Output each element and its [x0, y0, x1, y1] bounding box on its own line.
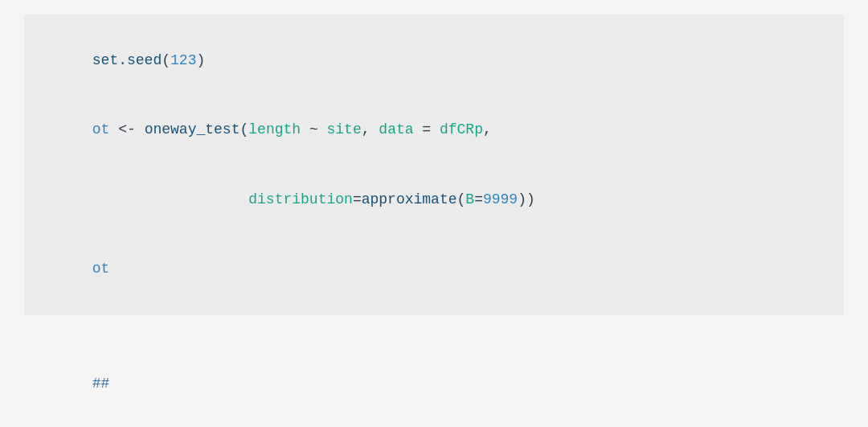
- output-line-2: ## Approximative Two-Sample Fisher-Pitma…: [40, 419, 828, 427]
- var-ot: ot: [92, 121, 110, 138]
- blank-spacer: [40, 326, 828, 350]
- main-container: set.seed(123) ot <- oneway_test(length ~…: [0, 0, 868, 427]
- code-input-block: set.seed(123) ot <- oneway_test(length ~…: [24, 14, 844, 315]
- output-block: ## ## Approximative Two-Sample Fisher-Pi…: [24, 315, 844, 427]
- comment-hash-1: ##: [92, 376, 110, 392]
- distribution-param: distribution: [248, 191, 353, 207]
- dfcrp-param: dfCRp: [440, 121, 483, 138]
- b-value: 9999: [483, 191, 518, 207]
- set-seed-call: set.seed: [92, 52, 162, 68]
- code-line-3: distribution=approximate(B=9999)): [40, 165, 828, 234]
- data-param: data: [379, 121, 413, 138]
- b-param: B: [465, 191, 474, 207]
- output-line-1: ##: [40, 349, 828, 418]
- seed-value: 123: [170, 52, 196, 68]
- ot-call: ot: [92, 261, 110, 277]
- approximate-call: approximate: [362, 191, 457, 207]
- length-param: length: [248, 121, 301, 138]
- code-line-4: ot: [40, 234, 828, 303]
- oneway-test-call: oneway_test: [145, 121, 240, 138]
- code-line-2: ot <- oneway_test(length ~ site, data = …: [40, 95, 828, 164]
- site-param: site: [327, 121, 362, 138]
- code-line-1: set.seed(123): [40, 26, 828, 95]
